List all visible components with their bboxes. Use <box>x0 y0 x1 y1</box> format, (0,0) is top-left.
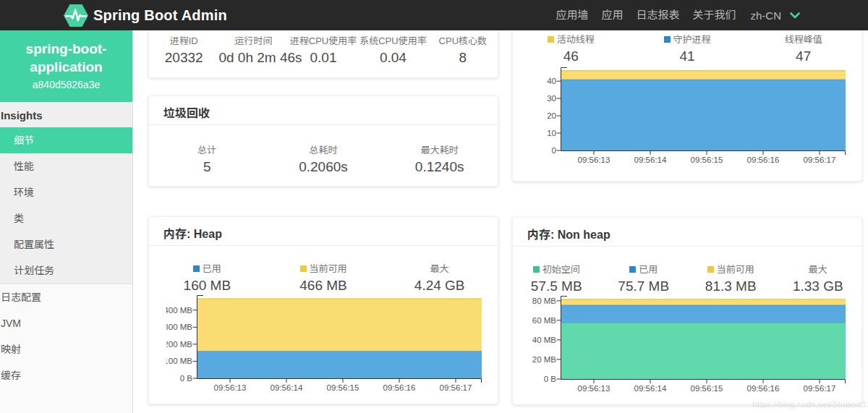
sidebar-group-label[interactable]: Insights <box>0 102 132 127</box>
x-tick-label: 09:56:16 <box>383 383 416 392</box>
threads-card: 活动线程 46 守护进程 41 线程峰值 47 01020304009:56:1… <box>512 30 862 182</box>
series-area <box>561 305 846 323</box>
nonheap-legend: 初始空间 57.5 MB 已用 75.7 MB 当前可用 81.3 MB 最大 … <box>513 264 861 294</box>
legend-label: 已用 <box>203 263 221 274</box>
stat-label-row: 系统CPU使用率 <box>358 35 427 46</box>
nav-item-applications[interactable]: 应用 <box>595 0 629 30</box>
threads-chart: 01020304009:56:1309:56:1409:56:1509:56:1… <box>530 64 846 173</box>
nonheap-memory-chart: 0 B20 MB40 MB60 MB80 MB09:56:1309:56:140… <box>530 293 846 401</box>
area-chart-svg: 01020304009:56:1309:56:1409:56:1509:56:1… <box>530 64 846 173</box>
stat-label-row: 总计 <box>149 145 265 156</box>
sidebar-item-loggers[interactable]: 日志配置 <box>0 284 132 310</box>
series-area <box>561 299 846 305</box>
series-area <box>197 299 482 351</box>
stat-label-row: 进程CPU使用率 <box>289 35 358 46</box>
stat-label: CPU核心数 <box>439 35 487 46</box>
x-tick-label: 09:56:17 <box>440 383 472 392</box>
x-axis <box>561 151 846 156</box>
stat-label-row: 线程峰值 <box>745 34 861 45</box>
sidebar-item-environment[interactable]: 环境 <box>0 179 132 205</box>
x-tick-label: 09:56:15 <box>691 156 723 164</box>
legend-label: 守护进程 <box>673 34 711 45</box>
x-tick-label: 09:56:15 <box>327 383 359 392</box>
stat-label-row: 已用 <box>149 263 265 274</box>
garbage-collection-card: 垃圾回收 总计 5 总耗时 0.2060s 最大耗时 0.1240s <box>148 95 498 187</box>
y-tick-label: 20 <box>547 111 556 120</box>
y-tick-label: 10 <box>547 129 556 137</box>
legend-value: 46 <box>513 48 629 64</box>
legend-value: 41 <box>629 48 746 64</box>
legend-value: 57.5 MB <box>513 278 600 294</box>
stat-cpu-cores: CPU核心数 8 <box>428 35 498 67</box>
nav-item-applications-wall[interactable]: 应用墙 <box>549 0 595 30</box>
brand[interactable]: Spring Boot Admin <box>64 4 227 27</box>
stat-value: 5 <box>149 158 265 176</box>
sidebar-item-details[interactable]: 细节 <box>0 127 132 153</box>
chevron-down-icon <box>790 12 800 19</box>
x-tick-label: 09:56:14 <box>271 383 303 392</box>
sidebar-item-config-props[interactable]: 配置属性 <box>0 231 132 257</box>
series-area <box>561 71 846 80</box>
legend-label: 初始空间 <box>542 264 580 275</box>
y-tick-label: 40 MB <box>532 336 557 344</box>
x-tick-label: 09:56:16 <box>747 156 780 164</box>
application-block[interactable]: spring-boot-application a840d5826a3e <box>0 30 132 102</box>
x-tick-label: 09:56:17 <box>804 156 836 164</box>
card-header: 内存: Non heap <box>513 218 861 246</box>
sidebar-item-caches[interactable]: 缓存 <box>0 362 132 388</box>
legend-value: 4.24 GB <box>381 278 498 294</box>
y-tick-label: 300 MB <box>166 323 192 331</box>
legend-used: 已用 75.7 MB <box>600 264 688 294</box>
stat-process-id: 进程ID 20332 <box>149 35 218 67</box>
legend-value: 160 MB <box>149 278 265 294</box>
sidebar-item-mappings[interactable]: 映射 <box>0 336 132 362</box>
y-tick-label: 80 MB <box>532 297 557 305</box>
memory-nonheap-card: 内存: Non heap 初始空间 57.5 MB 已用 75.7 MB 当前可… <box>512 217 862 405</box>
legend-active-threads: 活动线程 46 <box>513 34 629 64</box>
legend-swatch <box>548 36 554 43</box>
legend-swatch <box>629 266 636 273</box>
right-column: 活动线程 46 守护进程 41 线程峰值 47 01020304009:56:1… <box>512 30 862 405</box>
nav-item-about[interactable]: 关于我们 <box>686 0 742 30</box>
y-tick-label: 200 MB <box>166 340 192 349</box>
legend-value: 466 MB <box>265 278 382 294</box>
stat-gc-total-time: 总耗时 0.2060s <box>265 145 382 176</box>
legend-value: 47 <box>745 48 861 64</box>
card-body: 初始空间 57.5 MB 已用 75.7 MB 当前可用 81.3 MB 最大 … <box>513 247 861 404</box>
stat-value: 0.1240s <box>381 158 498 176</box>
stat-label-row: CPU核心数 <box>428 35 498 46</box>
heap-memory-chart: 0 B100 MB200 MB300 MB400 MB09:56:1309:56… <box>166 292 482 401</box>
sidebar-item-scheduled-tasks[interactable]: 计划任务 <box>0 257 132 284</box>
sidebar-item-classes[interactable]: 类 <box>0 205 132 231</box>
stat-label-row: 守护进程 <box>629 34 746 45</box>
stat-label: 最大耗时 <box>421 145 459 156</box>
stat-value: 8 <box>428 49 498 67</box>
stat-label-row: 运行时间 <box>218 35 288 46</box>
nav-item-journal[interactable]: 日志报表 <box>629 0 686 30</box>
legend-label: 当前可用 <box>717 264 754 275</box>
stat-label: 进程ID <box>170 35 198 46</box>
stat-uptime: 运行时间 0d 0h 2m 46s <box>218 35 288 67</box>
stat-label-row: 最大 <box>381 263 498 274</box>
x-tick-label: 09:56:16 <box>747 384 780 393</box>
y-tick-label: 20 MB <box>532 355 557 364</box>
language-selector[interactable]: zh-CN <box>742 9 800 22</box>
sidebar-item-metrics[interactable]: 性能 <box>0 153 132 179</box>
process-stats: 进程ID 20332 运行时间 0d 0h 2m 46s 进程CPU使用率 0.… <box>149 35 498 67</box>
card-title: 垃圾回收 <box>163 107 210 119</box>
legend-peak-threads: 线程峰值 47 <box>745 34 861 64</box>
stat-label: 运行时间 <box>235 35 273 46</box>
legend-value: 81.3 MB <box>687 278 775 294</box>
stat-label-row: 初始空间 <box>513 264 600 275</box>
legend-swatch <box>707 266 714 273</box>
y-tick-label: 0 B <box>544 375 557 383</box>
legend-value: 1.33 GB <box>775 278 862 294</box>
stat-label-row: 已用 <box>600 264 688 275</box>
y-tick-label: 0 B <box>180 374 193 383</box>
sidebar-item-jvm[interactable]: JVM <box>0 310 132 336</box>
stat-label: 总计 <box>197 145 216 156</box>
legend-size: 当前可用 466 MB <box>265 263 382 294</box>
x-tick-label: 09:56:14 <box>634 156 667 164</box>
y-tick-label: 400 MB <box>166 306 192 315</box>
legend-label: 当前可用 <box>310 263 347 274</box>
